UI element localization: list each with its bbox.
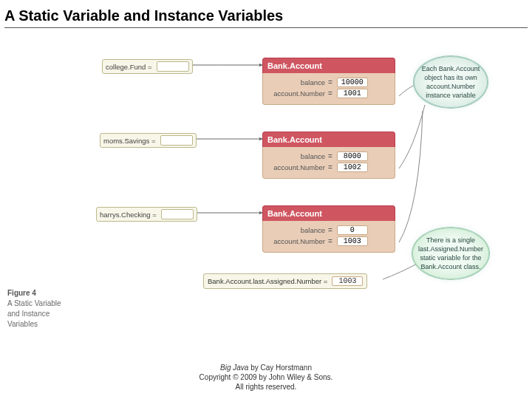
- eq: =: [328, 163, 332, 171]
- static-var-value: 1003: [332, 276, 363, 286]
- field-account-label: account.Number: [267, 237, 325, 245]
- callout-instance: Each Bank.Account object has its own acc…: [414, 56, 488, 108]
- field-account-label: account.Number: [267, 89, 325, 98]
- callout-ellipse: Each Bank.Account object has its own acc…: [414, 56, 488, 108]
- callout-ellipse: There is a single last.Assigned.Number s…: [412, 228, 489, 279]
- ref-collegefund: college.Fund =: [102, 59, 193, 74]
- balance-value: 8000: [337, 151, 368, 161]
- ref-harryschecking: harrys.Checking =: [96, 207, 197, 222]
- bankaccount-object-1: Bank.Account balance = 10000 account.Num…: [262, 58, 395, 105]
- field-account-label: account.Number: [267, 163, 325, 171]
- figure-caption-line: and Instance: [7, 309, 111, 319]
- field-balance-label: balance: [267, 226, 325, 234]
- figure-caption: Figure 4 A Static Variable and Instance …: [7, 288, 111, 330]
- ref-slot: [160, 135, 193, 146]
- varlabel: harrys.Checking =: [100, 211, 157, 219]
- ref-slot: [161, 209, 194, 219]
- ref-momssavings: moms.Savings =: [100, 133, 197, 148]
- callout-text: Each Bank.Account object has its own acc…: [422, 65, 480, 99]
- balance-value: 0: [337, 225, 368, 235]
- varlabel: moms.Savings =: [103, 137, 156, 145]
- static-var-label: Bank.Account.last.Assigned.Number =: [208, 277, 327, 285]
- callout-static: There is a single last.Assigned.Number s…: [412, 228, 489, 279]
- eq: =: [328, 226, 332, 234]
- footer: Big Java by Cay Horstmann Copyright © 20…: [0, 363, 532, 392]
- eq: =: [328, 237, 332, 245]
- figure-caption-line: A Static Variable: [7, 299, 111, 309]
- divider: [4, 27, 528, 28]
- static-variable-box: Bank.Account.last.Assigned.Number = 1003: [203, 273, 367, 289]
- accountnumber-value: 1003: [337, 236, 368, 246]
- figure-number: Figure 4: [7, 288, 111, 299]
- ref-slot: [157, 61, 189, 72]
- figure-caption-line: Variables: [7, 319, 111, 330]
- class-name: Bank.Account: [262, 132, 395, 147]
- eq: =: [328, 89, 332, 98]
- eq: =: [328, 152, 332, 160]
- book-title: Big Java: [220, 364, 248, 372]
- varlabel: college.Fund =: [106, 63, 152, 71]
- copyright: Copyright © 2009 by John Wiley & Sons.: [0, 372, 532, 382]
- eq: =: [328, 78, 332, 86]
- class-name: Bank.Account: [262, 58, 395, 73]
- bankaccount-object-3: Bank.Account balance = 0 account.Number …: [262, 205, 395, 253]
- callout-text: There is a single last.Assigned.Number s…: [418, 236, 483, 270]
- author: by Cay Horstmann: [248, 364, 312, 372]
- accountnumber-value: 1002: [337, 163, 368, 172]
- class-name: Bank.Account: [262, 205, 395, 221]
- field-balance-label: balance: [267, 78, 325, 86]
- field-balance-label: balance: [267, 152, 325, 160]
- page-title: A Static Variable and Instance Variables: [0, 0, 532, 24]
- rights: All rights reserved.: [0, 382, 532, 392]
- bankaccount-object-2: Bank.Account balance = 8000 account.Numb…: [262, 132, 395, 179]
- accountnumber-value: 1001: [337, 89, 368, 98]
- balance-value: 10000: [337, 78, 368, 87]
- diagram: college.Fund = moms.Savings = harrys.Che…: [66, 44, 488, 347]
